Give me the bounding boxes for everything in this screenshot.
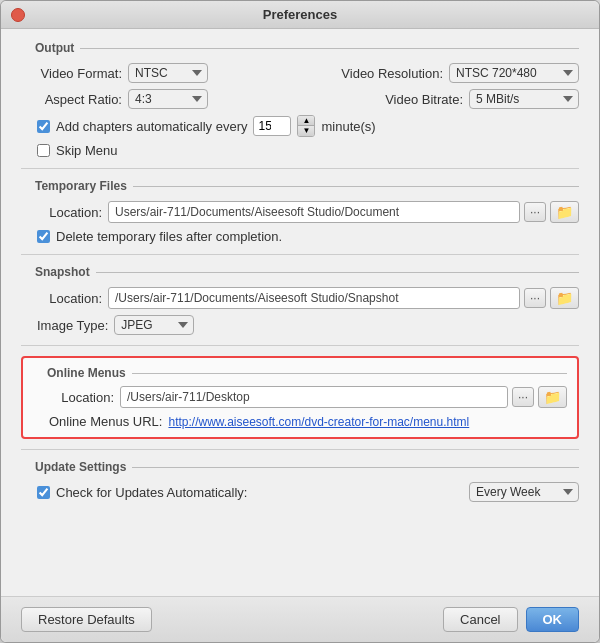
snapshot-path-box: /Users/air-711/Documents/Aiseesoft Studi…	[108, 287, 579, 309]
footer-buttons: Cancel OK	[443, 607, 579, 632]
snapshot-location-label: Location:	[37, 291, 102, 306]
skip-menu-label: Skip Menu	[56, 143, 117, 158]
close-button[interactable]	[11, 8, 25, 22]
snapshot-body: Location: /Users/air-711/Documents/Aisee…	[21, 287, 579, 335]
snapshot-location-row: Location: /Users/air-711/Documents/Aisee…	[37, 287, 579, 309]
online-url-row: Online Menus URL: http://www.aiseesoft.c…	[49, 414, 567, 429]
snapshot-folder-button[interactable]: 📁	[550, 287, 579, 309]
temp-location-label: Location:	[37, 205, 102, 220]
output-header: Output	[21, 41, 579, 57]
temp-location-row: Location: Users/air-711/Documents/Aisees…	[37, 201, 579, 223]
cancel-button[interactable]: Cancel	[443, 607, 517, 632]
online-url-label: Online Menus URL:	[49, 414, 162, 429]
auto-chapters-checkbox[interactable]	[37, 120, 50, 133]
output-section: Output Video Format: NTSC Video Resoluti…	[21, 41, 579, 158]
aspect-ratio-label: Aspect Ratio:	[37, 92, 122, 107]
update-settings-header: Update Settings	[21, 460, 579, 476]
temp-files-body: Location: Users/air-711/Documents/Aisees…	[21, 201, 579, 244]
online-path-text: /Users/air-711/Desktop	[120, 386, 508, 408]
update-settings-body: Check for Updates Automatically: Every W…	[21, 482, 579, 502]
skip-menu-checkbox[interactable]	[37, 144, 50, 157]
online-dots-button[interactable]: ···	[512, 387, 534, 407]
restore-defaults-button[interactable]: Restore Defaults	[21, 607, 152, 632]
minutes-label: minute(s)	[321, 119, 375, 134]
temp-dots-button[interactable]: ···	[524, 202, 546, 222]
divider-4	[21, 449, 579, 450]
titlebar: Preferences	[1, 1, 599, 29]
aspect-ratio-select[interactable]: 4:3	[128, 89, 208, 109]
snapshot-dots-button[interactable]: ···	[524, 288, 546, 308]
video-resolution-label: Video Resolution:	[341, 66, 443, 81]
video-bitrate-label: Video Bitrate:	[385, 92, 463, 107]
online-location-row: Location: /Users/air-711/Desktop ··· 📁	[49, 386, 567, 408]
delete-temp-label: Delete temporary files after completion.	[56, 229, 282, 244]
video-bitrate-select[interactable]: 5 MBit/s	[469, 89, 579, 109]
ok-button[interactable]: OK	[526, 607, 580, 632]
chapters-stepper: ▲ ▼	[297, 115, 315, 137]
snapshot-header: Snapshot	[21, 265, 579, 281]
video-format-label: Video Format:	[37, 66, 122, 81]
footer: Restore Defaults Cancel OK	[1, 596, 599, 642]
temp-path-box: Users/air-711/Documents/Aiseesoft Studio…	[108, 201, 579, 223]
temp-folder-button[interactable]: 📁	[550, 201, 579, 223]
divider-1	[21, 168, 579, 169]
divider-3	[21, 345, 579, 346]
snapshot-path-text: /Users/air-711/Documents/Aiseesoft Studi…	[108, 287, 520, 309]
online-path-box: /Users/air-711/Desktop ··· 📁	[120, 386, 567, 408]
chapters-up-button[interactable]: ▲	[298, 116, 314, 126]
video-format-row: Video Format: NTSC Video Resolution: NTS…	[37, 63, 579, 83]
auto-chapters-row: Add chapters automatically every ▲ ▼ min…	[37, 115, 579, 137]
image-type-label: Image Type:	[37, 318, 108, 333]
update-frequency-select[interactable]: Every Week	[469, 482, 579, 502]
video-resolution-select[interactable]: NTSC 720*480	[449, 63, 579, 83]
online-menus-body: Location: /Users/air-711/Desktop ··· 📁 O…	[33, 386, 567, 429]
temp-files-header: Temporary Files	[21, 179, 579, 195]
output-body: Video Format: NTSC Video Resolution: NTS…	[21, 63, 579, 158]
online-menus-header: Online Menus	[33, 366, 567, 382]
skip-menu-row: Skip Menu	[37, 143, 579, 158]
delete-temp-checkbox[interactable]	[37, 230, 50, 243]
snapshot-section: Snapshot Location: /Users/air-711/Docume…	[21, 265, 579, 335]
temp-path-text: Users/air-711/Documents/Aiseesoft Studio…	[108, 201, 520, 223]
auto-chapters-label: Add chapters automatically every	[56, 119, 247, 134]
chapters-number-input[interactable]	[253, 116, 291, 136]
content-area: Output Video Format: NTSC Video Resoluti…	[1, 29, 599, 596]
online-location-label: Location:	[49, 390, 114, 405]
chapters-down-button[interactable]: ▼	[298, 126, 314, 136]
delete-temp-row: Delete temporary files after completion.	[37, 229, 579, 244]
online-menus-section: Online Menus Location: /Users/air-711/De…	[21, 356, 579, 439]
online-folder-button[interactable]: 📁	[538, 386, 567, 408]
aspect-ratio-row: Aspect Ratio: 4:3 Video Bitrate: 5 MBit/…	[37, 89, 579, 109]
auto-update-label: Check for Updates Automatically:	[56, 485, 247, 500]
preferences-window: Preferences Output Video Format: NTSC Vi…	[0, 0, 600, 643]
online-url-link[interactable]: http://www.aiseesoft.com/dvd-creator-for…	[168, 415, 469, 429]
divider-2	[21, 254, 579, 255]
auto-update-checkbox[interactable]	[37, 486, 50, 499]
temporary-files-section: Temporary Files Location: Users/air-711/…	[21, 179, 579, 244]
image-type-row: Image Type: JPEG	[37, 315, 579, 335]
update-settings-section: Update Settings Check for Updates Automa…	[21, 460, 579, 502]
window-title: Preferences	[263, 7, 337, 22]
video-format-select[interactable]: NTSC	[128, 63, 208, 83]
image-type-select[interactable]: JPEG	[114, 315, 194, 335]
auto-update-row: Check for Updates Automatically: Every W…	[37, 482, 579, 502]
